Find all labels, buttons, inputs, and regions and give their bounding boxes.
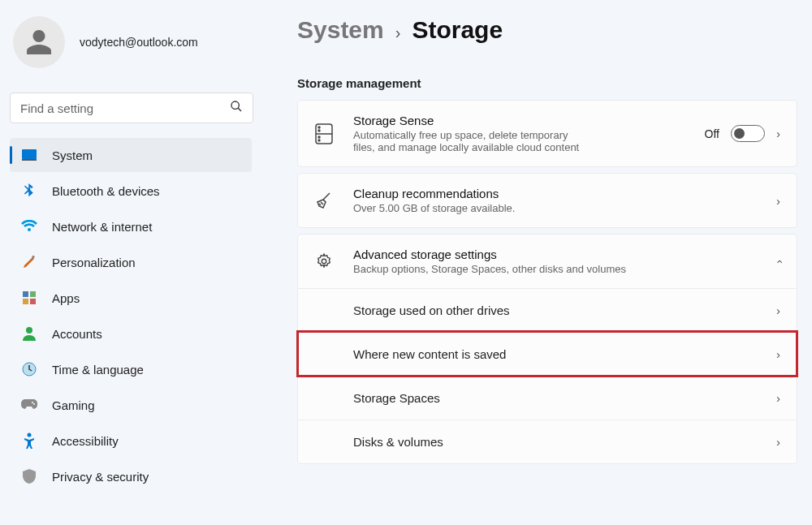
card-subtitle: Automatically free up space, delete temp… xyxy=(353,129,589,153)
card-title: Storage Sense xyxy=(353,114,705,127)
brush-icon xyxy=(21,254,37,270)
bluetooth-icon xyxy=(21,183,37,199)
storage-sense-toggle[interactable] xyxy=(731,125,765,142)
user-profile[interactable]: vodytech@outlook.com xyxy=(6,10,260,84)
accessibility-icon xyxy=(21,432,37,449)
svg-point-12 xyxy=(33,403,35,405)
broom-icon xyxy=(314,191,334,210)
sub-disks-volumes[interactable]: Disks & volumes › xyxy=(298,420,797,463)
nav-list: System Bluetooth & devices Network & int… xyxy=(6,138,260,493)
chevron-right-icon: › xyxy=(776,194,780,208)
svg-rect-8 xyxy=(30,299,36,304)
apps-icon xyxy=(21,290,37,306)
sub-where-new-content[interactable]: Where new content is saved › xyxy=(298,332,797,376)
clock-icon xyxy=(21,361,37,377)
search-box[interactable] xyxy=(10,93,253,123)
nav-label: Time & language xyxy=(52,363,144,377)
person-icon xyxy=(21,325,37,342)
nav-label: Apps xyxy=(52,291,80,305)
chevron-right-icon: › xyxy=(776,435,780,449)
search-icon xyxy=(230,100,243,116)
sub-storage-spaces[interactable]: Storage Spaces › xyxy=(298,376,797,420)
card-subtitle: Backup options, Storage Spaces, other di… xyxy=(353,263,776,275)
svg-point-19 xyxy=(318,140,320,141)
card-subtitle: Over 5.00 GB of storage available. xyxy=(353,202,776,214)
sub-item-label: Storage Spaces xyxy=(353,391,776,405)
svg-rect-3 xyxy=(22,159,37,161)
svg-point-9 xyxy=(26,327,32,334)
nav-system[interactable]: System xyxy=(10,138,252,172)
nav-label: Network & internet xyxy=(52,220,152,234)
sub-item-label: Where new content is saved xyxy=(353,347,776,361)
nav-privacy[interactable]: Privacy & security xyxy=(10,459,252,493)
avatar xyxy=(13,16,65,68)
svg-point-16 xyxy=(318,127,320,128)
nav-bluetooth[interactable]: Bluetooth & devices xyxy=(10,174,252,208)
cleanup-card[interactable]: Cleanup recommendations Over 5.00 GB of … xyxy=(297,173,797,228)
card-title: Cleanup recommendations xyxy=(353,187,776,200)
advanced-storage-header[interactable]: Advanced storage settings Backup options… xyxy=(297,234,797,289)
nav-label: Bluetooth & devices xyxy=(52,184,160,198)
storage-icon xyxy=(314,124,334,144)
shield-icon xyxy=(21,468,37,484)
svg-rect-6 xyxy=(30,291,36,297)
sub-item-label: Storage used on other drives xyxy=(353,303,776,317)
nav-apps[interactable]: Apps xyxy=(10,281,252,315)
advanced-storage-sublist: Storage used on other drives › Where new… xyxy=(297,289,797,464)
toggle-label: Off xyxy=(705,127,719,140)
nav-label: System xyxy=(52,148,93,162)
chevron-up-icon: › xyxy=(771,260,785,264)
search-input[interactable] xyxy=(20,101,230,115)
sub-storage-other-drives[interactable]: Storage used on other drives › xyxy=(298,289,797,332)
chevron-right-icon: › xyxy=(776,347,780,361)
breadcrumb-current: Storage xyxy=(412,16,503,44)
nav-label: Accounts xyxy=(52,327,102,341)
gamepad-icon xyxy=(21,397,37,413)
svg-rect-7 xyxy=(23,299,28,304)
chevron-right-icon: › xyxy=(776,303,780,317)
nav-gaming[interactable]: Gaming xyxy=(10,388,252,422)
svg-point-11 xyxy=(32,402,33,403)
system-icon xyxy=(21,147,37,163)
nav-label: Personalization xyxy=(52,256,136,269)
wifi-icon xyxy=(21,218,37,235)
svg-rect-5 xyxy=(23,291,28,297)
chevron-right-icon: › xyxy=(776,391,780,405)
user-email: vodytech@outlook.com xyxy=(80,36,198,49)
nav-network[interactable]: Network & internet xyxy=(10,209,252,243)
section-title: Storage management xyxy=(297,76,797,90)
sub-item-label: Disks & volumes xyxy=(353,435,776,449)
storage-sense-card[interactable]: Storage Sense Automatically free up spac… xyxy=(297,100,797,167)
gear-icon xyxy=(314,252,334,271)
svg-point-0 xyxy=(231,101,239,109)
nav-time-language[interactable]: Time & language xyxy=(10,352,252,386)
breadcrumb: System › Storage xyxy=(297,16,797,44)
svg-rect-2 xyxy=(22,149,37,159)
svg-point-13 xyxy=(28,433,32,437)
nav-accessibility[interactable]: Accessibility xyxy=(10,424,252,458)
svg-line-1 xyxy=(238,108,241,111)
breadcrumb-parent[interactable]: System xyxy=(297,16,384,44)
nav-label: Privacy & security xyxy=(52,470,149,484)
chevron-right-icon: › xyxy=(776,127,780,140)
svg-point-17 xyxy=(318,130,320,131)
svg-point-18 xyxy=(318,136,320,138)
svg-point-20 xyxy=(322,259,326,264)
nav-accounts[interactable]: Accounts xyxy=(10,316,252,351)
nav-personalization[interactable]: Personalization xyxy=(10,245,252,279)
nav-label: Gaming xyxy=(52,398,95,412)
chevron-right-icon: › xyxy=(395,24,401,42)
card-title: Advanced storage settings xyxy=(353,247,776,261)
nav-label: Accessibility xyxy=(52,434,119,448)
